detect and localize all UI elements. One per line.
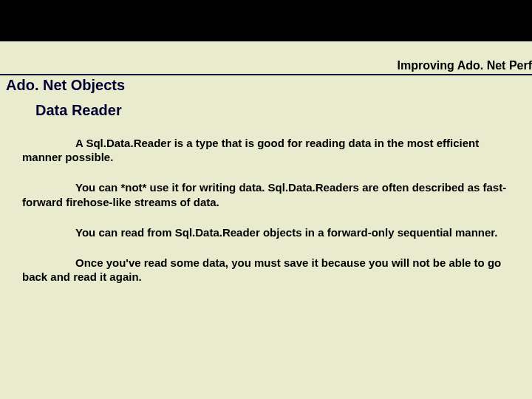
top-black-bar: [0, 0, 532, 41]
paragraph-1: A Sql.Data.Reader is a type that is good…: [22, 136, 517, 164]
paragraph-3: You can read from Sql.Data.Reader object…: [22, 225, 517, 239]
page-header-right: Improving Ado. Net Perf: [0, 59, 532, 72]
horizontal-divider: [0, 74, 532, 75]
body-content: A Sql.Data.Reader is a type that is good…: [22, 136, 517, 300]
paragraph-2: You can *not* use it for writing data. S…: [22, 180, 517, 208]
section-title: Ado. Net Objects: [6, 77, 125, 94]
paragraph-4: Once you've read some data, you must sav…: [22, 256, 517, 284]
section-subtitle: Data Reader: [35, 102, 122, 119]
